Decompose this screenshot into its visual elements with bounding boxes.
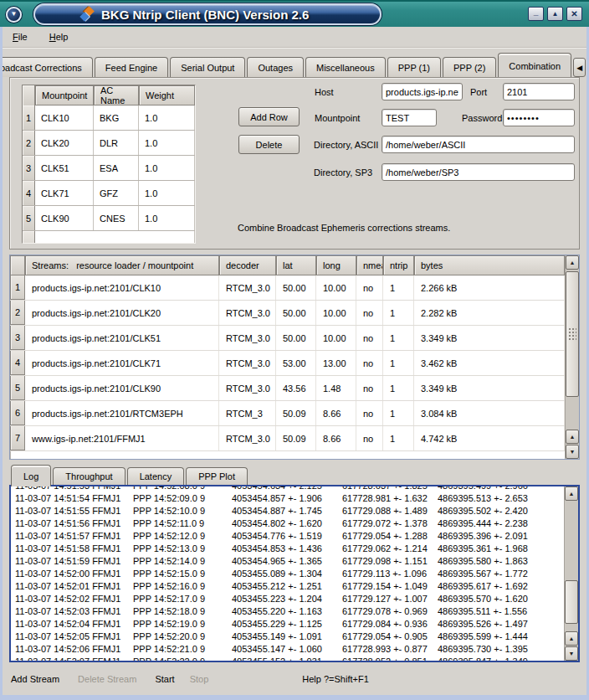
stop-button[interactable]: Stop xyxy=(190,674,209,684)
col-header-decoder[interactable]: decoder xyxy=(219,255,276,275)
scroll-down-button[interactable]: ▼ xyxy=(565,646,578,661)
cell-mountpoint[interactable]: CLK71 xyxy=(35,181,94,205)
col-header-streams[interactable]: Streams: resource loader / mountpoint xyxy=(25,255,219,275)
cell-mountpoint[interactable]: products.igs-ip.net:2101/CLK10 xyxy=(25,275,219,300)
host-input[interactable] xyxy=(382,83,463,100)
cell-weight[interactable]: 1.0 xyxy=(139,181,195,205)
scroll-up-button[interactable]: ▲ xyxy=(566,255,579,270)
password-input[interactable] xyxy=(503,109,575,126)
cell-long[interactable]: 10.00 xyxy=(316,275,356,300)
col-header-long[interactable]: long xyxy=(316,255,356,275)
scroll-up-button-2[interactable]: ▲ xyxy=(565,631,578,646)
cell-ac-name[interactable]: GFZ xyxy=(94,181,139,205)
tab-miscellaneous[interactable]: Miscellaneous xyxy=(305,57,386,77)
tab-combination[interactable]: Combination xyxy=(498,53,571,77)
tab-ppp-1[interactable]: PPP (1) xyxy=(387,57,441,77)
cell-bytes[interactable]: 3.349 kB xyxy=(414,376,565,400)
cell-nmea[interactable]: no xyxy=(356,376,383,400)
col-header-ntrip[interactable]: ntrip xyxy=(383,255,414,275)
cell-lat[interactable]: 50.09 xyxy=(276,401,316,425)
scrollbar-thumb[interactable] xyxy=(565,580,578,624)
stream-row[interactable]: 4 products.igs-ip.net:2101/CLK71 RTCM_3.… xyxy=(10,351,565,376)
cell-nmea[interactable]: no xyxy=(356,301,383,325)
cell-decoder[interactable]: RTCM_3.0 xyxy=(219,426,276,450)
col-header-mountpoint[interactable]: Mountpoint xyxy=(35,85,94,106)
cell-decoder[interactable]: RTCM_3 xyxy=(219,401,276,425)
cell-nmea[interactable]: no xyxy=(356,275,383,300)
cell-long[interactable]: 8.66 xyxy=(316,426,356,450)
scroll-down-button[interactable]: ▼ xyxy=(566,445,579,459)
tab-scroll-left-button[interactable]: ◀ xyxy=(573,58,586,77)
window-menu-button[interactable]: ▼ xyxy=(6,7,22,23)
tab-latency[interactable]: Latency xyxy=(127,467,185,485)
col-header-ac-name[interactable]: AC Name xyxy=(94,85,139,106)
cell-mountpoint[interactable]: products.igs-ip.net:2101/CLK90 xyxy=(25,376,219,400)
cell-long[interactable]: 8.66 xyxy=(316,401,356,425)
cell-ac-name[interactable]: DLR xyxy=(94,131,139,155)
cell-weight[interactable]: 1.0 xyxy=(139,156,195,180)
cell-nmea[interactable]: no xyxy=(356,426,383,450)
port-input[interactable] xyxy=(503,83,575,100)
col-header-bytes[interactable]: bytes xyxy=(414,255,565,275)
stream-row[interactable]: 5 products.igs-ip.net:2101/CLK90 RTCM_3.… xyxy=(10,376,565,401)
cell-decoder[interactable]: RTCM_3.0 xyxy=(219,376,276,400)
cell-nmea[interactable]: no xyxy=(356,401,383,425)
cell-mountpoint[interactable]: www.igs-ip.net:2101/FFMJ1 xyxy=(25,426,219,450)
delete-button[interactable]: Delete xyxy=(238,135,300,154)
scroll-up-button-2[interactable]: ▲ xyxy=(566,430,579,444)
help-button[interactable]: Help ?=Shift+F1 xyxy=(302,674,369,684)
cell-nmea[interactable]: no xyxy=(356,326,383,350)
cell-ntrip[interactable]: 1 xyxy=(383,326,414,350)
cell-nmea[interactable]: no xyxy=(356,351,383,375)
cell-mountpoint[interactable]: products.igs-ip.net:2101/CLK51 xyxy=(25,326,219,350)
cell-bytes[interactable]: 2.282 kB xyxy=(414,301,565,325)
add-stream-button[interactable]: Add Stream xyxy=(11,674,59,684)
cell-mountpoint[interactable]: products.igs-ip.net:2101/CLK71 xyxy=(25,351,219,375)
cell-mountpoint[interactable]: products.igs-ip.net:2101/RTCM3EPH xyxy=(25,401,219,425)
cell-bytes[interactable]: 3.462 kB xyxy=(414,351,565,375)
stream-row[interactable]: 3 products.igs-ip.net:2101/CLK51 RTCM_3.… xyxy=(10,326,565,351)
cell-decoder[interactable]: RTCM_3.0 xyxy=(219,301,276,325)
shade-button[interactable]: ▲ xyxy=(547,7,563,21)
minimize-button[interactable]: _ xyxy=(528,7,544,21)
cell-weight[interactable]: 1.0 xyxy=(139,106,195,130)
cell-lat[interactable]: 50.00 xyxy=(276,275,316,300)
cell-long[interactable]: 1.48 xyxy=(316,376,356,400)
cell-ac-name[interactable]: ESA xyxy=(94,156,139,180)
cell-lat[interactable]: 50.09 xyxy=(276,426,316,450)
col-header-lat[interactable]: lat xyxy=(276,255,316,275)
tab-log[interactable]: Log xyxy=(11,465,51,486)
cell-mountpoint[interactable]: CLK51 xyxy=(35,156,94,180)
cell-ntrip[interactable]: 1 xyxy=(383,426,414,450)
menu-file[interactable]: File xyxy=(11,30,29,44)
tab-outages[interactable]: Outages xyxy=(247,57,304,77)
titlebar[interactable]: ▼ BKG Ntrip Client (BNC) Version 2.6 _ ▲… xyxy=(0,0,589,27)
table-row[interactable]: 1 CLK10 BKG 1.0 xyxy=(23,106,195,131)
table-row[interactable]: 3 CLK51 ESA 1.0 xyxy=(23,156,195,181)
add-row-button[interactable]: Add Row xyxy=(238,107,300,126)
cell-lat[interactable]: 50.00 xyxy=(276,326,316,350)
cell-mountpoint[interactable]: CLK90 xyxy=(35,206,94,230)
cell-ac-name[interactable]: BKG xyxy=(94,106,139,130)
cell-ntrip[interactable]: 1 xyxy=(383,351,414,375)
cell-ac-name[interactable]: CNES xyxy=(94,206,139,230)
cell-long[interactable]: 10.00 xyxy=(316,326,356,350)
tab-ppp-plot[interactable]: PPP Plot xyxy=(186,467,248,485)
table-row[interactable]: 2 CLK20 DLR 1.0 xyxy=(23,131,195,156)
cell-weight[interactable]: 1.0 xyxy=(139,206,195,230)
stream-row[interactable]: 7 www.igs-ip.net:2101/FFMJ1 RTCM_3.0 50.… xyxy=(10,426,565,451)
tab-ppp-2[interactable]: PPP (2) xyxy=(443,57,496,77)
cell-ntrip[interactable]: 1 xyxy=(383,376,414,400)
empty-table-row[interactable] xyxy=(23,231,195,244)
dir-ascii-input[interactable] xyxy=(382,136,575,153)
stream-row[interactable]: 1 products.igs-ip.net:2101/CLK10 RTCM_3.… xyxy=(10,275,565,301)
cell-ntrip[interactable]: 1 xyxy=(383,275,414,300)
mountpoint-input[interactable] xyxy=(382,109,437,126)
cell-mountpoint[interactable]: CLK20 xyxy=(35,131,94,155)
cell-mountpoint[interactable]: CLK10 xyxy=(35,106,94,130)
table-row[interactable]: 4 CLK71 GFZ 1.0 xyxy=(23,181,195,206)
scrollbar-thumb[interactable] xyxy=(566,271,579,397)
stream-row[interactable]: 2 products.igs-ip.net:2101/CLK20 RTCM_3.… xyxy=(10,301,565,326)
col-header-nmea[interactable]: nmea xyxy=(356,255,383,275)
cell-lat[interactable]: 43.56 xyxy=(276,376,316,400)
